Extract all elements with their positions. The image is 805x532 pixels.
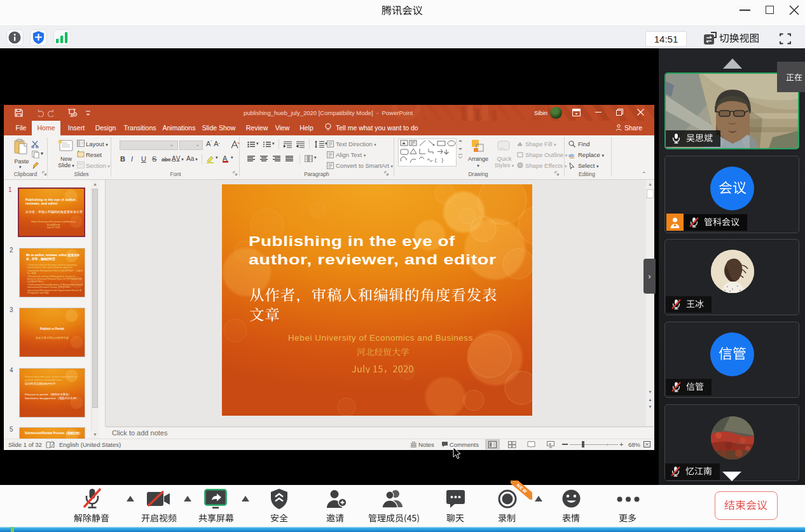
- svg-text:ab: ab: [568, 153, 574, 158]
